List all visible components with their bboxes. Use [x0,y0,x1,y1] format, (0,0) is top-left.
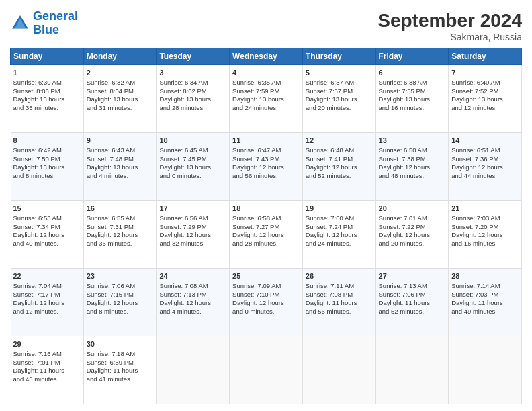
day-info-line: Sunrise: 6:58 AM [232,214,300,223]
day-info-line: Sunrise: 6:32 AM [87,79,154,87]
day-info-line: Daylight: 11 hours [13,367,81,375]
day-info-line: Sunset: 7:27 PM [232,223,300,232]
day-info-line: Daylight: 12 hours [232,231,300,240]
day-info-line: Sunset: 7:06 PM [379,291,446,300]
day-number: 21 [451,203,519,214]
day-info-line: and 0 minutes. [159,172,226,181]
day-info-line: Sunset: 8:06 PM [13,87,81,96]
day-info-line: Sunrise: 6:56 AM [159,214,226,223]
day-info-line: and 41 minutes. [87,375,154,384]
day-info-line: Sunset: 6:59 PM [87,359,154,367]
calendar-cell [157,336,230,404]
day-info-line: Sunrise: 7:06 AM [87,282,154,291]
day-number: 17 [159,203,226,214]
day-info-line: Daylight: 13 hours [451,95,519,104]
day-info-line: and 56 minutes. [232,172,300,181]
day-info-line: Sunset: 7:38 PM [379,155,446,164]
day-info-line: Sunrise: 7:11 AM [306,282,373,291]
calendar-cell: 16Sunrise: 6:55 AMSunset: 7:31 PMDayligh… [83,201,157,269]
day-info-line: Sunset: 7:43 PM [232,155,300,164]
day-info-line: and 28 minutes. [232,240,300,248]
calendar-cell: 20Sunrise: 7:01 AMSunset: 7:22 PMDayligh… [375,201,449,269]
calendar-cell: 25Sunrise: 7:09 AMSunset: 7:10 PMDayligh… [230,269,303,336]
day-number: 14 [451,136,519,146]
day-info-line: Daylight: 13 hours [379,95,446,104]
calendar-cell: 10Sunrise: 6:45 AMSunset: 7:45 PMDayligh… [157,133,230,201]
day-info-line: and 16 minutes. [379,104,446,113]
day-number: 10 [159,136,226,146]
day-info-line: Sunset: 7:24 PM [306,223,373,232]
day-number: 9 [87,136,154,146]
day-info-line: Daylight: 11 hours [451,299,519,308]
day-info-line: and 8 minutes. [13,172,81,181]
day-info-line: Sunset: 7:17 PM [13,291,81,300]
col-header-tuesday: Tuesday [157,48,230,65]
day-info-line: Sunset: 7:59 PM [232,87,300,96]
calendar-cell: 15Sunrise: 6:53 AMSunset: 7:34 PMDayligh… [11,201,84,269]
calendar-cell [449,336,522,404]
day-info-line: Daylight: 12 hours [306,231,373,240]
day-info-line: Sunset: 7:15 PM [87,291,154,300]
day-info-line: Sunset: 7:50 PM [13,155,81,164]
day-number: 3 [159,68,226,78]
day-info-line: Daylight: 13 hours [306,95,373,104]
day-info-line: Daylight: 12 hours [379,163,446,172]
day-number: 24 [159,271,226,281]
day-number: 25 [232,271,300,281]
day-info-line: Daylight: 12 hours [159,299,226,308]
header-row: SundayMondayTuesdayWednesdayThursdayFrid… [11,48,522,65]
day-number: 13 [379,136,446,146]
day-info-line: Daylight: 12 hours [13,231,81,240]
calendar-cell: 6Sunrise: 6:38 AMSunset: 7:55 PMDaylight… [375,65,449,133]
day-info-line: and 35 minutes. [13,104,81,113]
day-info-line: Sunrise: 7:14 AM [451,282,519,291]
day-info-line: and 12 minutes. [13,308,81,316]
calendar-cell: 26Sunrise: 7:11 AMSunset: 7:08 PMDayligh… [302,269,375,336]
day-info-line: Sunrise: 6:42 AM [13,146,81,155]
calendar-cell: 11Sunrise: 6:47 AMSunset: 7:43 PMDayligh… [230,133,303,201]
day-info-line: Sunrise: 6:30 AM [13,79,81,87]
col-header-monday: Monday [83,48,157,65]
day-info-line: and 20 minutes. [306,104,373,113]
week-row-2: 8Sunrise: 6:42 AMSunset: 7:50 PMDaylight… [11,133,522,201]
day-number: 20 [379,203,446,214]
day-info-line: and 8 minutes. [87,308,154,316]
day-info-line: Sunset: 7:08 PM [306,291,373,300]
calendar-cell: 2Sunrise: 6:32 AMSunset: 8:04 PMDaylight… [83,65,157,133]
day-info-line: Sunrise: 6:53 AM [13,214,81,223]
page: General Blue September 2024 Sakmara, Rus… [0,0,532,411]
day-info-line: Sunrise: 6:40 AM [451,79,519,87]
day-info-line: and 12 minutes. [451,104,519,113]
calendar-cell: 5Sunrise: 6:37 AMSunset: 7:57 PMDaylight… [302,65,375,133]
logo-line2: Blue [33,23,59,36]
day-info-line: Sunrise: 6:51 AM [451,146,519,155]
day-info-line: Daylight: 13 hours [232,95,300,104]
calendar-cell: 4Sunrise: 6:35 AMSunset: 7:59 PMDaylight… [230,65,303,133]
calendar-table: SundayMondayTuesdayWednesdayThursdayFrid… [10,48,522,404]
day-info-line: and 28 minutes. [159,104,226,113]
location-subtitle: Sakmara, Russia [378,32,522,42]
day-info-line: Daylight: 11 hours [379,299,446,308]
day-info-line: Sunset: 7:34 PM [13,223,81,232]
week-row-1: 1Sunrise: 6:30 AMSunset: 8:06 PMDaylight… [11,65,522,133]
day-info-line: Sunset: 7:57 PM [306,87,373,96]
day-info-line: Sunset: 7:45 PM [159,155,226,164]
day-number: 6 [379,68,446,78]
day-info-line: Daylight: 12 hours [232,299,300,308]
day-info-line: and 48 minutes. [379,172,446,181]
logo: General Blue [10,10,78,37]
day-info-line: Daylight: 12 hours [306,163,373,172]
col-header-sunday: Sunday [11,48,84,65]
calendar-cell: 27Sunrise: 7:13 AMSunset: 7:06 PMDayligh… [375,269,449,336]
day-info-line: Daylight: 13 hours [13,163,81,172]
day-info-line: Sunset: 7:36 PM [451,155,519,164]
day-info-line: Sunset: 7:03 PM [451,291,519,300]
day-number: 18 [232,203,300,214]
day-info-line: Sunrise: 6:50 AM [379,146,446,155]
day-number: 4 [232,68,300,78]
day-info-line: Daylight: 12 hours [159,231,226,240]
day-info-line: Sunset: 8:02 PM [159,87,226,96]
day-info-line: Daylight: 13 hours [87,95,154,104]
day-info-line: Sunrise: 7:08 AM [159,282,226,291]
day-info-line: Sunset: 7:20 PM [451,223,519,232]
